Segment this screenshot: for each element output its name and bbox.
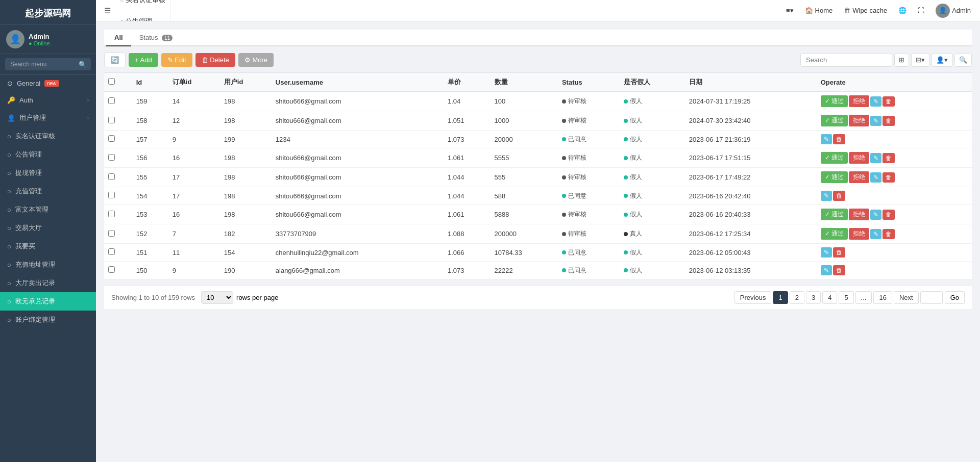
refresh-button[interactable]: 🔄 bbox=[104, 53, 126, 67]
row-checkbox[interactable] bbox=[108, 211, 115, 217]
delete-row-btn[interactable]: 🗑 bbox=[883, 96, 895, 107]
delete-row-btn[interactable]: 🗑 bbox=[833, 265, 845, 275]
sidebar-search-input[interactable] bbox=[5, 58, 91, 70]
edit-row-btn[interactable]: ✎ bbox=[821, 265, 832, 275]
row-checkbox[interactable] bbox=[108, 192, 115, 198]
cell-username: shitou666@gmail.com bbox=[272, 187, 444, 205]
row-checkbox[interactable] bbox=[108, 230, 115, 237]
search-input[interactable] bbox=[800, 53, 892, 67]
edit-row-btn[interactable]: ✎ bbox=[821, 191, 832, 201]
row-checkbox[interactable] bbox=[108, 154, 115, 161]
next-page-btn[interactable]: Next bbox=[894, 291, 919, 304]
row-checkbox[interactable] bbox=[108, 135, 115, 142]
approve-btn[interactable]: ✓ 通过 bbox=[821, 228, 848, 240]
delete-row-btn[interactable]: 🗑 bbox=[883, 172, 895, 183]
row-checkbox[interactable] bbox=[108, 173, 115, 180]
delete-row-btn[interactable]: 🗑 bbox=[833, 134, 845, 144]
sidebar-item-rich-text[interactable]: ○ 富文本管理 bbox=[0, 200, 96, 219]
sidebar-item-auth[interactable]: 🔑 Auth › bbox=[0, 92, 96, 109]
approve-btn[interactable]: ✓ 通过 bbox=[821, 152, 848, 164]
approve-btn[interactable]: ✓ 通过 bbox=[821, 171, 848, 183]
sidebar-item-real-name[interactable]: ○ 实名认证审核 bbox=[0, 127, 96, 145]
edit-button[interactable]: ✎ Edit bbox=[161, 53, 192, 67]
reject-btn[interactable]: 拒绝 bbox=[849, 228, 869, 240]
add-button[interactable]: + Add bbox=[129, 53, 158, 67]
prev-page-btn[interactable]: Previous bbox=[734, 291, 772, 304]
topnav-right: ≡▾ 🏠Home 🗑Wipe cache 🌐 ⛶ 👤 Admin bbox=[781, 0, 976, 21]
row-checkbox[interactable] bbox=[108, 97, 115, 104]
sidebar-item-recharge-addr[interactable]: ○ 充值地址管理 bbox=[0, 255, 96, 274]
page-4-btn[interactable]: 4 bbox=[822, 291, 837, 304]
sidebar-item-ouyuan[interactable]: ○ 欧元承兑记录 bbox=[0, 292, 96, 311]
reject-btn[interactable]: 拒绝 bbox=[849, 115, 869, 126]
table-row: 158 12 198 shitou666@gmail.com 1.051 100… bbox=[104, 111, 972, 131]
edit-row-btn[interactable]: ✎ bbox=[870, 153, 881, 163]
more-menu-btn[interactable]: ≡▾ bbox=[781, 0, 799, 21]
more-button[interactable]: ⚙ More bbox=[238, 53, 274, 67]
sidebar-item-withdraw[interactable]: ○ 提现管理 bbox=[0, 164, 96, 182]
sidebar-item-hall-sell[interactable]: ○ 大厅卖出记录 bbox=[0, 274, 96, 292]
approve-btn[interactable]: ✓ 通过 bbox=[821, 115, 848, 126]
sidebar-item-general[interactable]: ⊙ General new bbox=[0, 75, 96, 92]
cell-is-fake: 假人 bbox=[620, 187, 685, 205]
row-checkbox[interactable] bbox=[108, 266, 115, 273]
cell-user-id: 190 bbox=[220, 262, 272, 279]
cell-price: 1.061 bbox=[444, 148, 491, 168]
edit-row-btn[interactable]: ✎ bbox=[870, 210, 881, 220]
view-list-icon[interactable]: ⊟▾ bbox=[911, 53, 929, 67]
delete-row-btn[interactable]: 🗑 bbox=[833, 191, 845, 201]
home-btn[interactable]: 🏠Home bbox=[800, 0, 838, 21]
delete-row-btn[interactable]: 🗑 bbox=[883, 153, 895, 163]
tab-status11[interactable]: Status 11 bbox=[131, 30, 181, 46]
reject-btn[interactable]: 拒绝 bbox=[849, 95, 869, 107]
row-checkbox[interactable] bbox=[108, 248, 115, 255]
sidebar-item-content: ○ 交易大厅 bbox=[7, 223, 42, 233]
admin-profile[interactable]: 👤 Admin bbox=[930, 0, 976, 21]
tab-all[interactable]: All bbox=[106, 30, 131, 46]
toolbar-search: ⊞ ⊟▾ 👤▾ 🔍 bbox=[800, 53, 972, 67]
sidebar-item-user-mgmt[interactable]: 👤 用户管理 › bbox=[0, 109, 96, 127]
sidebar-item-announcement[interactable]: ○ 公告管理 bbox=[0, 145, 96, 164]
edit-row-btn[interactable]: ✎ bbox=[821, 134, 832, 144]
topnav-item-real-name-review[interactable]: ○实名认证审核 bbox=[115, 0, 171, 11]
page-go-btn[interactable]: Go bbox=[945, 291, 965, 304]
edit-row-btn[interactable]: ✎ bbox=[870, 172, 881, 183]
edit-row-btn[interactable]: ✎ bbox=[821, 247, 832, 258]
wipe-cache-btn[interactable]: 🗑Wipe cache bbox=[839, 0, 892, 21]
edit-row-btn[interactable]: ✎ bbox=[870, 96, 881, 107]
page-5-btn[interactable]: 5 bbox=[839, 291, 853, 304]
delete-row-btn[interactable]: 🗑 bbox=[883, 229, 895, 239]
delete-row-btn[interactable]: 🗑 bbox=[883, 116, 895, 126]
page-3-btn[interactable]: 3 bbox=[806, 291, 821, 304]
page-16-btn[interactable]: 16 bbox=[873, 291, 892, 304]
action-group: ✎🗑 bbox=[821, 247, 968, 258]
delete-row-btn[interactable]: 🗑 bbox=[833, 247, 845, 258]
column-settings-icon[interactable]: 👤▾ bbox=[932, 53, 952, 67]
page-1-btn[interactable]: 1 bbox=[773, 291, 788, 304]
cell-is-fake: 假人 bbox=[620, 168, 685, 187]
rows-per-page-select[interactable]: 10 25 50 bbox=[201, 291, 233, 304]
page-go-input[interactable] bbox=[920, 291, 943, 304]
reject-btn[interactable]: 拒绝 bbox=[849, 152, 869, 164]
reject-btn[interactable]: 拒绝 bbox=[849, 171, 869, 183]
sidebar-item-account-bind[interactable]: ○ 账户绑定管理 bbox=[0, 311, 96, 329]
translate-btn[interactable]: 🌐 bbox=[893, 0, 912, 21]
approve-btn[interactable]: ✓ 通过 bbox=[821, 95, 848, 107]
sidebar-item-trading-hall[interactable]: ○ 交易大厅 bbox=[0, 219, 96, 237]
approve-btn[interactable]: ✓ 通过 bbox=[821, 209, 848, 220]
select-all-checkbox[interactable] bbox=[108, 78, 115, 85]
page-2-btn[interactable]: 2 bbox=[790, 291, 804, 304]
menu-toggle-icon[interactable]: ☰ bbox=[100, 6, 115, 15]
edit-row-btn[interactable]: ✎ bbox=[870, 116, 881, 126]
view-grid-icon[interactable]: ⊞ bbox=[894, 53, 909, 67]
delete-row-btn[interactable]: 🗑 bbox=[883, 210, 895, 220]
topnav-item-announcement-mgmt[interactable]: ○公告管理 bbox=[115, 11, 171, 22]
sidebar-item-i-buy[interactable]: ○ 我要买 bbox=[0, 237, 96, 255]
delete-button[interactable]: 🗑 Delete bbox=[195, 53, 235, 67]
fullscreen-btn[interactable]: ⛶ bbox=[913, 0, 929, 21]
edit-row-btn[interactable]: ✎ bbox=[870, 229, 881, 239]
filter-search-icon[interactable]: 🔍 bbox=[954, 53, 972, 67]
sidebar-item-recharge[interactable]: ○ 充值管理 bbox=[0, 182, 96, 200]
reject-btn[interactable]: 拒绝 bbox=[849, 209, 869, 220]
row-checkbox[interactable] bbox=[108, 117, 115, 123]
